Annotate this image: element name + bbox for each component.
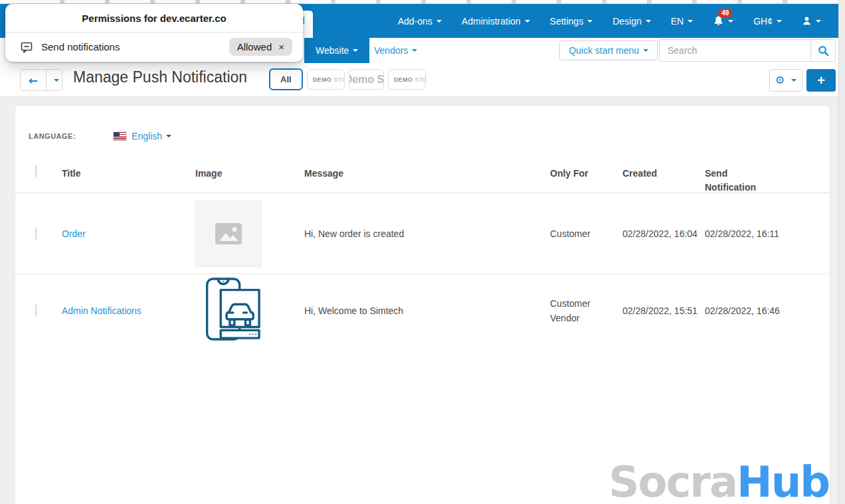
- table-row: Admin Notifications: [15, 274, 830, 347]
- language-label: LANGUAGE:: [29, 132, 76, 140]
- quick-start-menu-label: Quick start menu: [569, 45, 639, 56]
- chevron-down-icon: [646, 20, 651, 23]
- settings-gear-button[interactable]: ⚙: [769, 69, 802, 92]
- add-notification-button[interactable]: +: [806, 69, 836, 92]
- chevron-down-icon: [791, 79, 797, 82]
- permission-status-badge: Allowed ×: [229, 38, 292, 56]
- content-area: LANGUAGE: English Title Image Message On…: [0, 97, 845, 504]
- topnav-language-label: EN: [671, 16, 684, 27]
- watermark-part1: Socra: [609, 458, 737, 504]
- chevron-down-icon: [525, 20, 530, 23]
- tab-demo-store-3[interactable]: DEMO STORE: [388, 69, 426, 90]
- notifications-menu[interactable]: 49: [713, 15, 733, 27]
- search-input[interactable]: [660, 40, 810, 61]
- topnav-design-label: Design: [612, 16, 642, 27]
- select-all-checkbox[interactable]: [35, 165, 37, 177]
- page-title: Manage Push Notification: [73, 68, 247, 86]
- language-value: English: [132, 131, 162, 141]
- us-flag-icon: [114, 132, 126, 140]
- search-button[interactable]: [810, 40, 835, 61]
- back-arrow-icon: ←: [29, 74, 38, 87]
- permission-row: Send notifications Allowed ×: [5, 33, 303, 61]
- header-send-notification: Send Notification: [705, 165, 771, 195]
- permissions-popup: Permissions for dev.ecarter.co Send noti…: [5, 4, 303, 62]
- currency-label: GH¢: [753, 16, 773, 27]
- notification-title-link[interactable]: Admin Notifications: [62, 305, 141, 316]
- chevron-down-icon: [777, 20, 782, 23]
- chevron-down-icon: [587, 20, 593, 23]
- speech-bubble-icon: [20, 41, 33, 54]
- notification-count-badge: 49: [718, 9, 732, 18]
- chevron-down-icon: [688, 20, 693, 23]
- topnav-addons[interactable]: Add-ons: [398, 16, 442, 27]
- currency-menu[interactable]: GH¢: [753, 16, 782, 27]
- send-notification-value: 02/28/2022, 16:46: [705, 303, 816, 318]
- back-history-dropdown[interactable]: [47, 70, 62, 90]
- chevron-down-icon: [412, 49, 417, 52]
- account-menu[interactable]: [802, 16, 821, 26]
- close-icon[interactable]: ×: [278, 41, 284, 52]
- created-value: 02/28/2022, 16:04: [622, 226, 705, 241]
- website-menu-label: Website: [316, 45, 349, 56]
- only-for-value: Customer Vendor: [550, 296, 622, 325]
- image-placeholder: [195, 201, 262, 267]
- language-dropdown[interactable]: English: [132, 131, 171, 141]
- only-for-value: Customer: [550, 226, 622, 241]
- tab-all-stores[interactable]: All: [269, 68, 303, 90]
- permission-status-label: Allowed: [237, 41, 272, 52]
- header-only-for: Only For: [550, 165, 622, 181]
- search-icon: [818, 45, 829, 56]
- socrahub-watermark: SocraHub: [609, 458, 829, 504]
- row-checkbox[interactable]: [35, 227, 37, 240]
- search-group: [659, 39, 836, 62]
- user-icon: [802, 16, 812, 26]
- gear-icon: ⚙: [775, 75, 785, 86]
- back-button-group: ←: [20, 69, 62, 91]
- page-title-bar: ← Manage Push Notification All DEMO STOR…: [0, 63, 845, 97]
- chevron-down-icon: [436, 20, 442, 23]
- notification-message: Hi, Welcome to Simtech: [304, 303, 550, 318]
- permission-label: Send notifications: [41, 41, 120, 52]
- topnav-language[interactable]: EN: [671, 16, 693, 27]
- only-for-line: Vendor: [550, 311, 622, 325]
- storefront-tabs: All DEMO STORE Demo Store DEMO STORE: [269, 68, 426, 90]
- header-created: Created: [622, 165, 705, 181]
- tab-demo-store-2[interactable]: Demo Store: [349, 69, 384, 90]
- topnav-addons-label: Add-ons: [398, 16, 432, 27]
- watermark-part2: Hub: [737, 458, 829, 504]
- chevron-down-icon: [643, 49, 648, 52]
- language-selector-row: LANGUAGE: English: [29, 131, 171, 141]
- scrollbar[interactable]: [838, 0, 845, 504]
- chevron-down-icon: [728, 20, 733, 23]
- chevron-down-icon: [816, 20, 821, 23]
- topnav-design[interactable]: Design: [612, 16, 651, 27]
- topnav-administration-label: Administration: [462, 16, 521, 27]
- only-for-line: Customer: [550, 296, 622, 311]
- notification-title-link[interactable]: Order: [62, 228, 86, 239]
- quick-start-menu-button[interactable]: Quick start menu: [559, 41, 658, 60]
- plus-icon: +: [817, 73, 825, 88]
- topnav-administration[interactable]: Administration: [462, 16, 530, 27]
- image-placeholder-icon: [215, 222, 242, 245]
- table-header-row: Title Image Message Only For Created Sen…: [15, 157, 830, 193]
- topnav-settings-label: Settings: [550, 16, 584, 27]
- back-button[interactable]: ←: [21, 70, 47, 90]
- content-card: LANGUAGE: English Title Image Message On…: [15, 105, 830, 504]
- created-value: 02/28/2022, 15:51: [622, 303, 705, 318]
- vendors-menu[interactable]: Vendors: [374, 38, 417, 63]
- send-notification-value: 02/28/2022, 16:11: [705, 226, 816, 241]
- chevron-down-icon: [166, 135, 171, 137]
- chevron-down-icon: [353, 49, 358, 52]
- tab-demo-store-1[interactable]: DEMO STORE: [307, 69, 345, 90]
- notification-message: Hi, New order is created: [304, 226, 550, 241]
- row-checkbox[interactable]: [35, 304, 37, 317]
- header-title: Title: [62, 165, 195, 181]
- header-image: Image: [195, 165, 304, 181]
- header-message: Message: [304, 165, 550, 181]
- vendors-menu-label: Vendors: [374, 45, 408, 56]
- screen: Add-ons Administration Settings Design E…: [0, 0, 845, 504]
- car-phone-illustration: [195, 277, 262, 342]
- chevron-down-icon: [54, 79, 59, 82]
- topnav-settings[interactable]: Settings: [550, 16, 593, 27]
- website-menu[interactable]: Website: [304, 38, 369, 63]
